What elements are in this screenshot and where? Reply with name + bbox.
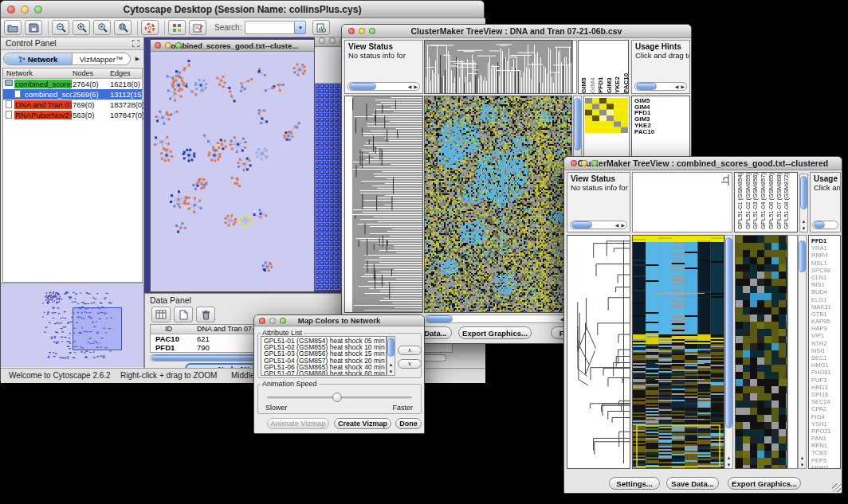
zoom-fit-button[interactable]	[114, 20, 132, 35]
column-label[interactable]: GPL51-06 (GSM865)	[768, 173, 775, 229]
tv2-export-graphics-button[interactable]: Export Graphics...	[728, 477, 801, 490]
gene-label[interactable]: NTR2	[811, 340, 840, 347]
save-session-button[interactable]	[25, 20, 42, 35]
network-row-combined-sco-selected[interactable]: combined_sco 2569(6) 13112(15)	[3, 89, 142, 100]
column-label[interactable]: GPL51-08 (GSM872)	[783, 173, 791, 229]
minimize-button[interactable]	[165, 42, 171, 49]
treeview2-title-bar[interactable]: ClusterMaker TreeView : combined_scores_…	[564, 157, 842, 170]
column-label[interactable]: GPL51-04 (GSM857)	[760, 173, 768, 229]
tv1-heatmap[interactable]	[424, 96, 572, 313]
close-button[interactable]	[571, 160, 577, 166]
tv2-column-dendrogram[interactable]	[632, 172, 732, 232]
zoom-button[interactable]	[369, 28, 375, 34]
tv2-usage-scrollbar[interactable]	[812, 221, 838, 229]
gene-label[interactable]: YSH1	[811, 420, 840, 428]
tv1-usage-scrollbar[interactable]: ◀▶	[634, 82, 687, 91]
gene-label[interactable]: SPC98	[811, 267, 840, 274]
gene-label[interactable]: RPN1	[811, 442, 840, 449]
zoom-selected-button[interactable]	[93, 20, 111, 35]
close-button[interactable]	[7, 6, 15, 14]
move-down-button[interactable]: ∨	[398, 359, 422, 369]
scrollbar-thumb[interactable]	[636, 83, 657, 90]
tv2-heatmap[interactable]	[632, 235, 724, 469]
column-label[interactable]: PAC10	[622, 41, 630, 93]
delete-attribute-button[interactable]	[196, 307, 215, 322]
new-attribute-button[interactable]	[174, 307, 193, 322]
gene-label[interactable]: ELG1	[811, 296, 840, 303]
scrollbar-thumb[interactable]	[814, 221, 825, 229]
select-attributes-button[interactable]	[151, 307, 171, 322]
gene-label[interactable]: HMG1	[811, 361, 840, 369]
gene-label[interactable]: YRA1	[811, 244, 840, 252]
gene-label[interactable]: MSI1	[811, 347, 840, 354]
gene-label[interactable]: MSL1	[811, 260, 840, 267]
attribute-list[interactable]: GPL51-01 (GSM854) heat shock 05 minGPL51…	[261, 336, 387, 376]
gene-label[interactable]: RNR4	[811, 252, 840, 259]
gene-label[interactable]: PUF3	[811, 377, 840, 384]
scrollbar-thumb[interactable]	[426, 315, 453, 322]
close-button[interactable]	[319, 37, 325, 44]
animate-vizmap-button[interactable]: Animate Vizmap	[267, 418, 329, 429]
gene-label[interactable]: RPO21	[811, 428, 840, 435]
scrollbar-thumb[interactable]	[725, 237, 732, 428]
gene-label[interactable]: MON2	[811, 464, 840, 469]
scrollbar-thumb[interactable]	[799, 240, 806, 272]
zoom-in-button[interactable]	[73, 20, 90, 35]
tv1-horizontal-scrollbar[interactable]: ◀▶	[424, 315, 572, 323]
column-label[interactable]: YKE2	[614, 41, 622, 93]
tv2-settings-button[interactable]: Settings...	[609, 477, 660, 490]
zoom-button[interactable]	[175, 42, 182, 49]
column-label[interactable]: GPL51-01 (GSM854)	[736, 173, 744, 229]
minimize-button[interactable]	[21, 6, 29, 14]
tv1-column-dendrogram[interactable]	[424, 40, 572, 94]
chevron-down-icon[interactable]: ▼	[294, 21, 306, 34]
network-canvas[interactable]	[151, 52, 314, 291]
resize-grip[interactable]	[832, 483, 841, 492]
birds-eye-view[interactable]	[1, 283, 143, 367]
network-row-dna-tran[interactable]: DNA and Tran 07 769(0) 183728(0)	[3, 100, 142, 110]
open-session-button[interactable]	[4, 20, 22, 35]
tv1-status-scrollbar[interactable]: ◀▶	[347, 82, 420, 91]
tv2-gene-list[interactable]: PFD1YRA1RNR4MSL1SPC98CLN1NIS1BUD4ELG1MAK…	[808, 235, 841, 469]
tab-network[interactable]: Network	[4, 53, 73, 64]
background-frame-title-bar[interactable]	[315, 37, 344, 47]
minimize-button[interactable]	[581, 160, 587, 166]
gene-label[interactable]: PAN1	[811, 435, 840, 442]
gene-label[interactable]: VIP1	[811, 332, 840, 339]
tv2-save-data-button[interactable]: Save Data...	[666, 477, 719, 490]
gene-label[interactable]: PFD1	[811, 237, 840, 244]
scrollbar-thumb[interactable]	[349, 83, 376, 90]
float-panel-icon[interactable]	[132, 40, 139, 47]
close-button[interactable]	[259, 318, 265, 324]
create-vizmap-button[interactable]: Create Vizmap	[334, 418, 391, 429]
column-label[interactable]: GPL51-02 (GSM855)	[744, 173, 752, 229]
gene-label[interactable]: SEC24	[811, 398, 840, 405]
move-up-button[interactable]: ∧	[398, 346, 422, 355]
minimize-button[interactable]	[329, 37, 336, 44]
tv2-row-dendrogram[interactable]	[567, 235, 630, 469]
gene-label[interactable]: NIS1	[811, 281, 840, 288]
network-frame-title-bar[interactable]: combined_scores_good.txt--cluste...	[151, 40, 314, 52]
zoom-button[interactable]	[34, 6, 42, 14]
tv2-column-labels[interactable]: GPL51-01 (GSM854)GPL51-02 (GSM855)GPL51-…	[734, 172, 798, 232]
row-label[interactable]: PAC10	[634, 129, 689, 135]
import-attributes-button[interactable]	[312, 20, 330, 35]
column-label[interactable]: PFD1	[597, 41, 606, 93]
annotation-button[interactable]	[189, 20, 206, 35]
column-label[interactable]: GIM5	[580, 41, 589, 93]
slider-thumb[interactable]	[332, 393, 342, 402]
tab-vizmapper[interactable]: VizMapper™	[73, 53, 130, 64]
main-title-bar[interactable]: Cytoscape Desktop (Session Name: collins…	[1, 1, 484, 18]
treeview1-title-bar[interactable]: ClusterMaker TreeView : DNA and Tran 07-…	[342, 25, 691, 38]
gene-label[interactable]: HAP3	[811, 325, 840, 332]
done-button[interactable]: Done	[395, 418, 422, 429]
column-label[interactable]: GIM4	[589, 41, 598, 93]
search-input[interactable]	[245, 21, 294, 34]
help-button[interactable]	[141, 20, 159, 35]
gene-label[interactable]: CLN1	[811, 274, 840, 281]
scrollbar-thumb[interactable]	[571, 221, 592, 229]
tv1-column-labels[interactable]: GIM5GIM4PFD1GIM3YKE2PAC10	[578, 40, 629, 94]
tv2-zoom-heatmap[interactable]	[735, 235, 787, 469]
gene-label[interactable]: SEC1	[811, 354, 840, 361]
scrollbar-thumb[interactable]	[574, 98, 581, 150]
